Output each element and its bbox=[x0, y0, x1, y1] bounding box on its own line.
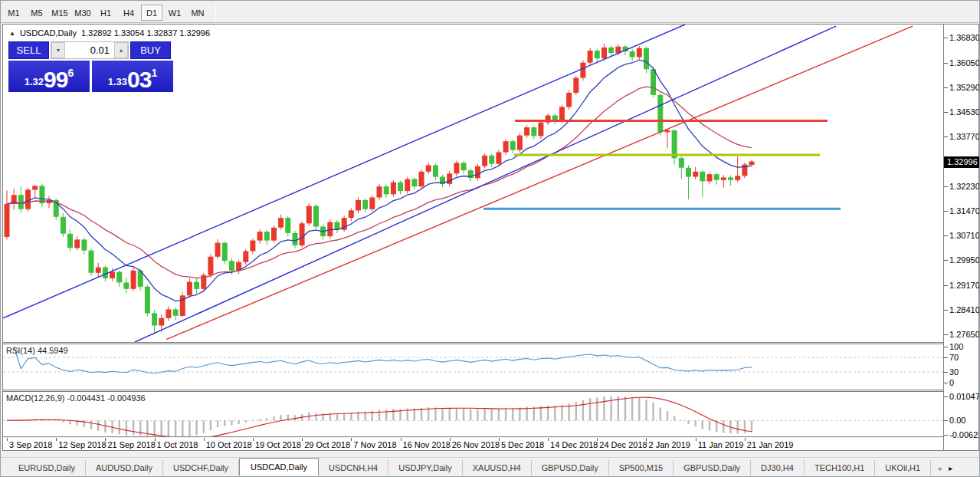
timeframe-button-m30[interactable]: M30 bbox=[72, 5, 93, 21]
sell-button[interactable]: SELL bbox=[8, 41, 49, 59]
chart-tab-usdchf-2[interactable]: USDCHF,Daily bbox=[163, 460, 239, 475]
date-tick bbox=[253, 438, 254, 441]
volume-up-button[interactable]: ▴ bbox=[114, 42, 128, 58]
date-label: 14 Dec 2018 bbox=[550, 440, 598, 449]
buy-price-pips: 03 bbox=[127, 70, 151, 90]
price-axis-label: 1.36830 bbox=[949, 33, 980, 42]
date-tick bbox=[450, 438, 451, 441]
chart-window: ▲ USDCAD,Daily 1.32892 1.33054 1.32837 1… bbox=[2, 24, 979, 451]
date-tick bbox=[105, 438, 106, 441]
chart-tab-usdjpy-5[interactable]: USDJPY,Daily bbox=[388, 460, 463, 475]
price-axis[interactable]: 1.368301.360501.352901.345301.337701.322… bbox=[943, 25, 978, 450]
chart-tab-eurusd-0[interactable]: EURUSD,Daily bbox=[8, 460, 86, 475]
axis-tick bbox=[944, 357, 948, 358]
timeframe-button-d1[interactable]: D1 bbox=[141, 5, 162, 21]
axis-tick bbox=[944, 396, 948, 397]
timeframe-button-mn[interactable]: MN bbox=[187, 5, 208, 21]
axis-tick bbox=[944, 63, 948, 64]
date-tick bbox=[56, 438, 57, 441]
rsi-axis-label: 70 bbox=[949, 353, 959, 362]
date-label: 29 Oct 2018 bbox=[304, 440, 350, 449]
price-axis-label: 1.31470 bbox=[949, 206, 980, 215]
macd-indicator-pane[interactable]: MACD(12,26,9) -0.004431 -0.004936 bbox=[3, 392, 943, 436]
date-tick bbox=[7, 438, 8, 441]
date-tick bbox=[351, 438, 352, 441]
chart-tab-audusd-1[interactable]: AUDUSD,Daily bbox=[86, 460, 163, 475]
macd-axis-label: -0.006218 bbox=[949, 430, 980, 439]
buy-button[interactable]: BUY bbox=[130, 41, 171, 59]
date-label: 2 Jan 2019 bbox=[648, 440, 690, 449]
axis-tick bbox=[944, 87, 948, 88]
timeframe-button-w1[interactable]: W1 bbox=[164, 5, 185, 21]
timeframe-button-m5[interactable]: M5 bbox=[26, 5, 48, 21]
chart-tab-gbpusd-9[interactable]: GBPUSD,Daily bbox=[674, 460, 751, 475]
date-label: 26 Nov 2018 bbox=[452, 440, 500, 449]
price-axis-label: 1.29170 bbox=[949, 281, 980, 290]
axis-tick bbox=[944, 285, 948, 286]
rsi-indicator-pane[interactable]: RSI(14) 44.5949 bbox=[3, 344, 943, 390]
macd-label: MACD(12,26,9) -0.004431 -0.004936 bbox=[6, 393, 146, 403]
chart-tab-ukoil-12[interactable]: UKOil,H1 bbox=[875, 460, 931, 475]
price-axis-label: 1.34530 bbox=[949, 107, 980, 117]
price-axis-label: 1.27650 bbox=[949, 330, 980, 339]
tabs-scroll-right-icon[interactable]: ▸ bbox=[949, 464, 952, 472]
date-label: 16 Nov 2018 bbox=[403, 440, 451, 449]
date-label: 24 Dec 2018 bbox=[599, 440, 647, 449]
axis-tick bbox=[944, 186, 948, 187]
chart-symbol-period: USDCAD,Daily bbox=[20, 28, 77, 38]
chart-tab-tech100-11[interactable]: TECH100,H1 bbox=[805, 460, 875, 475]
date-label: 1 Oct 2018 bbox=[157, 440, 198, 449]
chart-tab-gbpusd-7[interactable]: GBPUSD,Daily bbox=[532, 460, 609, 475]
timeframe-button-h1[interactable]: H1 bbox=[95, 5, 116, 21]
date-label: 10 Oct 2018 bbox=[206, 440, 252, 449]
price-axis-label: 1.30710 bbox=[949, 231, 980, 240]
axis-tick bbox=[944, 211, 948, 212]
buy-price-quote[interactable]: 1.33 03 1 bbox=[92, 61, 173, 92]
chart-tab-usdcad-3[interactable]: USDCAD,Daily bbox=[239, 458, 319, 475]
sell-price-quote[interactable]: 1.32 99 6 bbox=[8, 61, 90, 92]
current-price-tag: 1.32996 bbox=[944, 156, 979, 168]
timeframe-button-h4[interactable]: H4 bbox=[118, 5, 139, 21]
date-label: 3 Sep 2018 bbox=[9, 440, 52, 449]
date-tick bbox=[155, 438, 156, 441]
chart-tab-xauusd-6[interactable]: XAUUSD,H4 bbox=[463, 460, 532, 475]
macd-axis-label: 0.010474 bbox=[949, 392, 980, 401]
axis-tick bbox=[944, 372, 948, 373]
date-axis[interactable]: 3 Sep 201812 Sep 201821 Sep 20181 Oct 20… bbox=[3, 438, 943, 450]
volume-input[interactable] bbox=[65, 42, 114, 58]
price-axis-label: 1.35290 bbox=[949, 83, 980, 92]
buy-price-point: 1 bbox=[151, 67, 157, 79]
price-axis-label: 1.28410 bbox=[949, 305, 980, 314]
one-click-trading-panel: SELL ▾ ▴ BUY 1.32 99 6 1.33 bbox=[8, 41, 174, 92]
tabs-scroll-left-icon[interactable]: ◂ bbox=[937, 464, 941, 472]
axis-tick bbox=[944, 347, 948, 347]
date-label: 21 Jan 2019 bbox=[747, 440, 794, 449]
date-tick bbox=[302, 438, 303, 441]
axis-tick bbox=[944, 334, 948, 335]
axis-tick bbox=[944, 310, 948, 311]
rsi-axis-label: 30 bbox=[949, 367, 959, 377]
axis-tick bbox=[944, 112, 948, 113]
macd-axis-label: 0.00 bbox=[949, 416, 965, 425]
main-chart-pane[interactable]: ▲ USDCAD,Daily 1.32892 1.33054 1.32837 1… bbox=[3, 25, 943, 342]
price-axis-label: 1.29950 bbox=[949, 255, 980, 265]
date-label: 7 Nov 2018 bbox=[353, 440, 396, 449]
price-axis-label: 1.32230 bbox=[949, 182, 980, 191]
timeframe-button-m15[interactable]: M15 bbox=[49, 5, 70, 21]
chart-tab-dj30-10[interactable]: DJ30,H4 bbox=[751, 460, 805, 475]
timeframe-toolbar: M1M5M15M30H1H4D1W1MN bbox=[1, 1, 979, 23]
chart-tab-sp500-8[interactable]: SP500,M15 bbox=[609, 460, 674, 475]
chart-tab-bar: EURUSD,DailyAUDUSD,DailyUSDCHF,DailyUSDC… bbox=[1, 457, 979, 475]
buy-price-base: 1.33 bbox=[108, 76, 127, 87]
date-tick bbox=[499, 438, 500, 441]
axis-tick bbox=[944, 383, 948, 383]
date-label: 12 Sep 2018 bbox=[58, 440, 106, 449]
axis-tick bbox=[944, 260, 948, 261]
volume-down-button[interactable]: ▾ bbox=[51, 42, 65, 58]
date-label: 11 Jan 2019 bbox=[698, 440, 744, 449]
collapse-trade-panel-icon[interactable]: ▲ bbox=[9, 30, 15, 37]
chart-tab-usdcnh-4[interactable]: USDCNH,H4 bbox=[319, 460, 388, 475]
timeframe-button-m1[interactable]: M1 bbox=[3, 5, 25, 21]
sell-price-point: 6 bbox=[67, 67, 74, 79]
date-tick bbox=[548, 438, 549, 441]
